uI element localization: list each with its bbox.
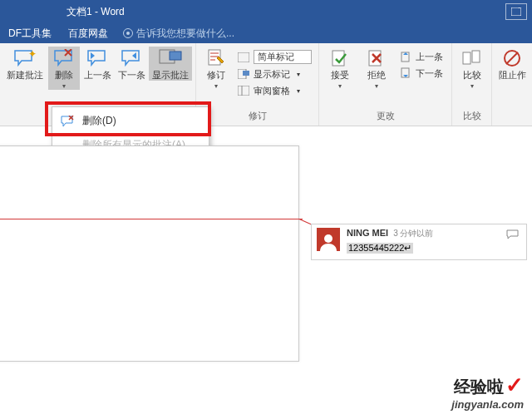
title-bar: 文档1 - Word — [0, 0, 532, 23]
lightbulb-icon — [123, 28, 133, 38]
doc-up-icon — [399, 50, 412, 63]
markup-icon — [237, 51, 250, 64]
avatar — [317, 228, 340, 251]
svg-rect-14 — [463, 52, 470, 64]
group-changes: 接受 ▾ 拒绝 ▾ 上一条 下一条 更改 — [319, 43, 452, 126]
comment-author: NING MEI — [347, 228, 388, 238]
speech-x-icon — [52, 48, 76, 68]
window-title: 文档1 - Word — [66, 5, 125, 19]
chevron-down-icon: ▾ — [375, 82, 378, 90]
compare-button[interactable]: 比较 ▾ — [456, 47, 488, 90]
delete-comment-button[interactable]: 删除 ▾ — [48, 47, 81, 90]
svg-rect-0 — [511, 7, 521, 16]
svg-rect-8 — [238, 86, 249, 96]
accept-icon — [328, 48, 352, 68]
chevron-down-icon: ▾ — [62, 82, 66, 90]
comment-connector — [0, 219, 303, 219]
chevron-down-icon: ▾ — [214, 82, 218, 90]
group-changes-label: 更改 — [319, 108, 451, 126]
speech-right-icon — [120, 48, 143, 68]
comment-balloon[interactable]: NING MEI 3 分钟以前 12355445222↵ — [311, 224, 527, 260]
show-markup-icon — [237, 67, 250, 81]
track-changes-button[interactable]: 修订 ▾ — [200, 47, 232, 90]
ribbon-display-options-icon[interactable] — [505, 3, 527, 20]
next-change-button[interactable]: 下一条 — [396, 65, 446, 81]
reject-icon — [365, 48, 388, 68]
compare-icon — [461, 48, 484, 68]
svg-rect-7 — [243, 71, 249, 76]
reviewing-pane-button[interactable]: 审阅窗格▾ — [234, 82, 315, 99]
group-tracking: 修订 ▾ 简单标记 显示标记▾ 审阅窗格▾ 修订 — [196, 43, 319, 126]
speech-left-icon — [86, 48, 109, 68]
comment-time: 3 分钟以前 — [393, 228, 433, 239]
svg-point-18 — [324, 234, 332, 243]
check-icon: ✓ — [505, 372, 524, 397]
group-protect: 阻止作 — [492, 43, 532, 126]
reject-button[interactable]: 拒绝 ▾ — [359, 47, 394, 90]
svg-rect-11 — [369, 51, 381, 66]
svg-line-17 — [506, 52, 518, 64]
tab-baidu-netdisk[interactable]: 百度网盘 — [60, 23, 116, 43]
ribbon-tabs: DF工具集 百度网盘 告诉我您想要做什么... — [0, 23, 532, 43]
tell-me[interactable]: 告诉我您想要做什么... — [123, 27, 234, 41]
speech-x-icon — [61, 115, 76, 128]
doc-down-icon — [399, 67, 412, 80]
previous-comment-button[interactable]: 上一条 — [81, 47, 114, 81]
comment-text: 12355445222↵ — [347, 243, 413, 254]
tab-pdf-tools[interactable]: DF工具集 — [0, 23, 60, 43]
track-icon — [204, 48, 228, 68]
svg-text:✦: ✦ — [28, 49, 37, 60]
svg-rect-5 — [238, 52, 249, 62]
watermark: 经验啦✓ jingyanla.com — [451, 372, 524, 411]
tell-me-label: 告诉我您想要做什么... — [136, 27, 234, 41]
group-tracking-label: 修订 — [196, 108, 318, 126]
svg-rect-15 — [472, 51, 480, 62]
chevron-down-icon: ▾ — [470, 82, 474, 90]
show-comments-icon — [159, 48, 182, 68]
chevron-down-icon: ▾ — [338, 82, 342, 90]
block-authors-button[interactable]: 阻止作 — [495, 47, 529, 81]
group-compare: 比较 ▾ 比较 — [452, 43, 492, 126]
group-compare-label: 比较 — [452, 108, 491, 126]
review-pane-icon — [237, 84, 250, 97]
svg-rect-3 — [170, 52, 181, 60]
next-comment-button[interactable]: 下一条 — [116, 47, 148, 81]
block-icon — [500, 48, 524, 68]
page[interactable] — [0, 145, 299, 362]
show-markup-button[interactable]: 显示标记▾ — [234, 66, 315, 82]
show-comments-button[interactable]: 显示批注 — [149, 47, 192, 81]
menu-item-delete[interactable]: 删除(D) — [52, 109, 209, 133]
reply-icon[interactable] — [506, 228, 521, 239]
speech-plus-icon: ✦ — [13, 48, 37, 68]
new-comment-button[interactable]: ✦ 新建批注 — [3, 47, 47, 81]
accept-button[interactable]: 接受 ▾ — [323, 47, 357, 90]
previous-change-button[interactable]: 上一条 — [396, 48, 446, 65]
display-for-review-select[interactable]: 简单标记 — [234, 48, 315, 66]
